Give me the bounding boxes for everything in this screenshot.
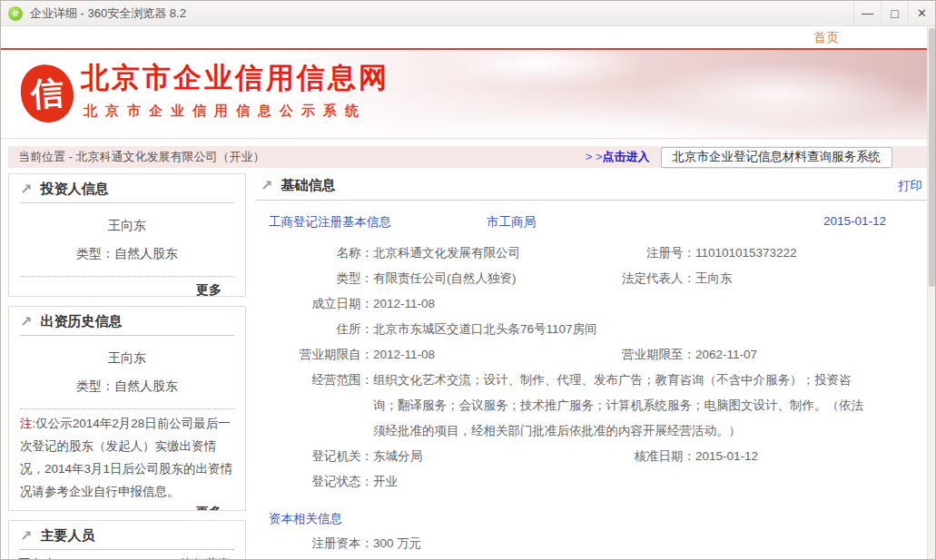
- authority-value: 东城分局: [373, 449, 422, 463]
- scope-label: 经营范围：: [255, 368, 373, 444]
- investor-box-header: ↗ 投资人信息: [20, 174, 234, 203]
- regno-label: 注册号：: [577, 241, 695, 266]
- content-area: ↗ 投资人信息 王向东 类型：自然人股东 更多 ↗ 出资历史信息 王向东 类型：…: [8, 173, 927, 559]
- regno-value: 110101015373222: [695, 246, 797, 260]
- funding-history-title: 出资历史信息: [40, 313, 122, 330]
- authority-label: 登记机关：: [255, 444, 373, 469]
- page-viewport: 首页 信 北京市企业信用信息网 北京市企业信用信息公示系统 当前位置 - 北京科…: [1, 26, 935, 559]
- name-value: 北京科通文化发展有限公司: [373, 246, 520, 260]
- registration-query-system-button[interactable]: 北京市企业登记信息材料查询服务系统: [661, 147, 893, 168]
- registration-subheader: 工商登记注册基本信息 市工商局 2015-01-12: [255, 214, 927, 232]
- site-title: 北京市企业信用信息网: [81, 59, 389, 97]
- funding-history-name: 王向东: [9, 350, 245, 367]
- arrow-northeast-icon: ↗: [20, 315, 32, 329]
- capital-info-link[interactable]: 资本相关信息: [255, 511, 927, 527]
- funding-history-header: ↗ 出资历史信息: [20, 307, 234, 336]
- name-label: 名称：: [255, 241, 373, 266]
- minimize-icon: —: [862, 6, 873, 20]
- window-title: 企业详细 - 360安全浏览器 8.2: [30, 5, 186, 22]
- company-details: 名称：北京科通文化发展有限公司 注册号：110101015373222 类型：有…: [255, 241, 927, 495]
- note-text: 仅公示2014年2月28日前公司最后一次登记的股东（发起人）实缴出资情况，201…: [20, 417, 232, 498]
- address-label: 住所：: [255, 317, 373, 342]
- window-controls: — □ ✕: [853, 1, 935, 25]
- breadcrumb-right-group: > >点击进入 北京市企业登记信息材料查询服务系统: [586, 147, 927, 168]
- key-personnel-box: ↗ 主要人员 王向东 执行董事: [8, 520, 246, 559]
- minimize-button[interactable]: —: [853, 1, 881, 25]
- funding-history-box: ↗ 出资历史信息 王向东 类型：自然人股东 注:仅公示2014年2月28日前公司…: [8, 306, 246, 511]
- publish-date: 2015-01-12: [823, 214, 886, 228]
- detail-row-type: 类型：有限责任公司(自然人独资) 法定代表人：王向东: [255, 266, 927, 291]
- detail-row-scope: 经营范围：组织文化艺术交流；设计、制作、代理、发布广告；教育咨询（不含中介服务）…: [255, 368, 927, 444]
- personnel-role: 执行董事: [180, 556, 231, 559]
- xin-seal-logo-icon: 信: [19, 63, 75, 124]
- basic-info-title: 基础信息: [281, 177, 335, 194]
- status-value: 开业: [373, 475, 398, 488]
- approval-date-label: 核准日期：: [577, 444, 695, 469]
- click-to-enter-link[interactable]: > >点击进入: [586, 149, 650, 165]
- title-bar: e 企业详细 - 360安全浏览器 8.2 — □ ✕: [1, 1, 935, 26]
- type-value: 有限责任公司(自然人独资): [373, 271, 517, 285]
- breadcrumb: 当前位置 - 北京科通文化发展有限公司（开业）: [18, 149, 265, 165]
- detail-row-established: 成立日期：2012-11-08: [255, 291, 927, 317]
- detail-row-address: 住所：北京市东城区交道口北头条76号1107房间: [255, 317, 927, 342]
- browser-logo-icon: e: [8, 6, 23, 21]
- arrow-northeast-icon: ↗: [20, 529, 32, 544]
- funding-history-more-link[interactable]: 更多: [196, 505, 222, 511]
- investor-type: 类型：自然人股东: [9, 246, 245, 262]
- detail-row-capital: 注册资本：300 万元: [255, 531, 927, 556]
- personnel-row: 王向东 执行董事: [9, 550, 245, 559]
- arrow-northeast-icon: ↗: [20, 182, 32, 197]
- key-personnel-header: ↗ 主要人员: [20, 521, 234, 550]
- maximize-button[interactable]: □: [881, 1, 908, 25]
- note-prefix: 注:: [20, 417, 35, 430]
- scope-value: 组织文化艺术交流；设计、制作、代理、发布广告；教育咨询（不含中介服务）；投资咨询…: [373, 368, 868, 444]
- vertical-scrollbar[interactable]: [927, 26, 935, 559]
- close-button[interactable]: ✕: [908, 1, 935, 25]
- established-label: 成立日期：: [255, 291, 373, 317]
- capital-value: 300 万元: [373, 536, 421, 550]
- term-from-label: 营业期限自：: [255, 342, 373, 368]
- type-label: 类型：: [255, 266, 373, 291]
- established-value: 2012-11-08: [373, 297, 435, 310]
- status-label: 登记状态：: [255, 469, 373, 495]
- detail-row-name: 名称：北京科通文化发展有限公司 注册号：110101015373222: [255, 241, 927, 266]
- legal-rep-value: 王向东: [695, 271, 733, 285]
- close-icon: ✕: [917, 6, 927, 20]
- site-subtitle: 北京市企业信用信息公示系统: [84, 103, 367, 120]
- browser-window: e 企业详细 - 360安全浏览器 8.2 — □ ✕ 首页 信 北京市企业信用…: [0, 0, 936, 560]
- legal-rep-label: 法定代表人：: [577, 266, 695, 291]
- scrollbar-thumb[interactable]: [929, 28, 935, 287]
- arrow-northeast-icon: ↗: [261, 179, 272, 193]
- investor-info-box: ↗ 投资人信息 王向东 类型：自然人股东 更多: [8, 173, 246, 297]
- maximize-icon: □: [891, 6, 898, 21]
- detail-row-status: 登记状态：开业: [255, 469, 927, 495]
- dotted-divider: [20, 408, 234, 409]
- basic-info-header: ↗ 基础信息 打印: [255, 173, 927, 201]
- term-from-value: 2012-11-08: [373, 348, 435, 361]
- enter-arrows: > >: [586, 150, 603, 163]
- funding-history-type: 类型：自然人股东: [9, 378, 245, 395]
- issuing-bureau: 市工商局: [487, 214, 536, 231]
- registration-basic-info-link[interactable]: 工商登记注册基本信息: [269, 214, 391, 231]
- term-to-label: 营业期限至：: [577, 342, 695, 368]
- capital-label: 注册资本：: [255, 531, 373, 556]
- sidebar: ↗ 投资人信息 王向东 类型：自然人股东 更多 ↗ 出资历史信息 王向东 类型：…: [8, 173, 246, 559]
- home-link[interactable]: 首页: [813, 30, 839, 46]
- address-value: 北京市东城区交道口北头条76号1107房间: [373, 322, 597, 336]
- detail-row-authority: 登记机关：东城分局 核准日期：2015-01-12: [255, 444, 927, 469]
- investor-name: 王向东: [9, 218, 245, 234]
- detail-row-term: 营业期限自：2012-11-08 营业期限至：2062-11-07: [255, 342, 927, 368]
- enter-link-label: 点击进入: [603, 150, 650, 163]
- breadcrumb-bar: 当前位置 - 北京科通文化发展有限公司（开业） > >点击进入 北京市企业登记信…: [8, 146, 927, 168]
- investor-box-title: 投资人信息: [40, 181, 108, 198]
- term-to-value: 2062-11-07: [695, 348, 757, 361]
- basic-info-panel: ↗ 基础信息 打印 工商登记注册基本信息 市工商局 2015-01-12 名称：…: [255, 173, 927, 559]
- investor-more-link[interactable]: 更多: [196, 282, 222, 297]
- print-link[interactable]: 打印: [898, 178, 922, 194]
- personnel-name: 王向东: [18, 556, 56, 559]
- site-banner: 信 北京市企业信用信息网 北京市企业信用信息公示系统: [1, 50, 927, 139]
- key-personnel-title: 主要人员: [40, 527, 94, 545]
- approval-date-value: 2015-01-12: [695, 449, 758, 463]
- funding-history-note: 注:仅公示2014年2月28日前公司最后一次登记的股东（发起人）实缴出资情况，2…: [20, 412, 234, 503]
